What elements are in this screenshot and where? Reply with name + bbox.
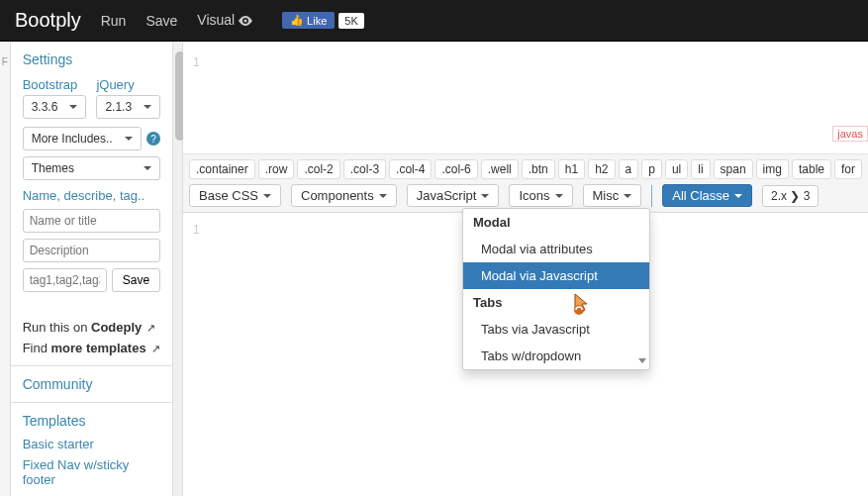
caret-down-icon <box>263 194 271 198</box>
snippet-pill[interactable]: li <box>691 159 710 179</box>
misc-dropdown[interactable]: Misc <box>583 184 642 207</box>
icons-dropdown[interactable]: Icons <box>509 184 572 207</box>
snippet-pill[interactable]: .row <box>258 159 295 179</box>
snippet-pill[interactable]: p <box>641 159 662 179</box>
bootstrap-version-select[interactable]: 3.3.6 <box>23 95 87 119</box>
components-dropdown[interactable]: Components <box>291 184 397 207</box>
dropdown-scroll-indicator[interactable] <box>637 358 647 363</box>
snippet-pill[interactable]: .container <box>189 159 255 179</box>
run-link[interactable]: Run <box>101 13 127 29</box>
external-link-icon: ↗ <box>148 343 160 354</box>
jquery-version-value: 2.1.3 <box>105 100 132 114</box>
themes-label: Themes <box>32 161 74 175</box>
template-fixed-nav[interactable]: Fixed Nav w/sticky footer <box>23 457 160 487</box>
javascript-dropdown-menu: Modal Modal via attributes Modal via Jav… <box>462 208 650 370</box>
snippet-toolbar: .container.row.col-2.col-3.col-4.col-6.w… <box>183 154 868 213</box>
thumb-icon: 👍 <box>290 14 304 27</box>
description-input[interactable] <box>23 239 160 262</box>
snippet-pill[interactable]: img <box>756 159 789 179</box>
templates-heading[interactable]: Templates <box>23 413 160 429</box>
snippet-pill[interactable]: ul <box>665 159 688 179</box>
bootstrap-version-value: 3.3.6 <box>32 100 58 114</box>
sidebar: Settings Bootstrap 3.3.6 jQuery 2.1.3 Mo… <box>11 42 172 496</box>
eye-icon <box>239 13 252 29</box>
version-migrate-button[interactable]: 2.x ❯ 3 <box>762 185 819 207</box>
editor-top-pane[interactable]: 1 javas <box>183 42 868 154</box>
toolbar-divider <box>651 185 652 207</box>
visual-label: Visual <box>197 12 235 28</box>
caret-down-icon <box>555 194 563 198</box>
dropdown-item-tabs-javascript[interactable]: Tabs via Javascript <box>463 316 649 343</box>
snippet-pill[interactable]: .well <box>481 159 519 179</box>
pointer-cursor-icon <box>569 292 589 316</box>
line-number: 1 <box>193 223 200 237</box>
dropdown-item-tabs-dropdown[interactable]: Tabs w/dropdown <box>463 343 649 369</box>
svg-point-0 <box>244 20 247 23</box>
codeply-link: Codeply <box>91 320 142 335</box>
top-navbar: Bootply Run Save Visual 👍 Like 5K <box>0 0 868 42</box>
snippet-pill[interactable]: .col-4 <box>389 159 432 179</box>
more-templates-link: more templates <box>51 341 146 355</box>
name-input[interactable] <box>23 209 160 233</box>
caret-down-icon <box>624 194 631 198</box>
chevron-down-icon <box>638 358 646 363</box>
snippet-pill[interactable]: .col-3 <box>343 159 386 179</box>
dropdown-section-modal: Modal <box>463 209 649 236</box>
fb-like-count: 5K <box>338 13 363 29</box>
dropdown-item-modal-javascript[interactable]: Modal via Javascript <box>463 262 649 289</box>
template-basic-starter[interactable]: Basic starter <box>23 437 160 451</box>
all-classes-dropdown[interactable]: All Classe <box>662 184 752 207</box>
caret-down-icon <box>144 166 151 170</box>
save-link[interactable]: Save <box>145 13 177 29</box>
javascript-badge: javas <box>832 126 868 142</box>
jquery-version-select[interactable]: 2.1.3 <box>96 95 160 119</box>
caret-down-icon <box>125 137 133 141</box>
jquery-label: jQuery <box>96 77 160 92</box>
help-icon[interactable]: ? <box>146 132 160 146</box>
caret-down-icon <box>69 105 77 109</box>
dropdown-item-modal-attributes[interactable]: Modal via attributes <box>463 236 649 262</box>
snippet-pill[interactable]: h1 <box>558 159 585 179</box>
left-strip: F <box>0 42 11 496</box>
fb-like-label: Like <box>307 15 327 27</box>
sidebar-scrollbar[interactable] <box>172 42 183 496</box>
caret-down-icon <box>379 194 387 198</box>
run-on-codeply[interactable]: Run this on Codeply ↗ <box>23 320 160 335</box>
dropdown-section-tabs: Tabs <box>463 289 649 316</box>
bootstrap-label: Bootstrap <box>23 77 87 92</box>
snippet-pill[interactable]: table <box>792 159 831 179</box>
find-more-templates[interactable]: Find more templates ↗ <box>23 341 160 355</box>
snippet-pill[interactable]: for <box>834 159 862 179</box>
snippet-pill[interactable]: h2 <box>588 159 615 179</box>
community-heading[interactable]: Community <box>23 376 160 392</box>
javascript-dropdown[interactable]: JavaScript <box>407 184 500 207</box>
tag-pills-row: .container.row.col-2.col-3.col-4.col-6.w… <box>189 159 862 179</box>
brand-logo[interactable]: Bootply <box>15 9 81 32</box>
find-prefix: Find <box>23 341 51 355</box>
snippet-pill[interactable]: .col-6 <box>434 159 477 179</box>
tags-input[interactable] <box>23 268 107 292</box>
snippet-pill[interactable]: span <box>714 159 753 179</box>
caret-down-icon <box>734 194 742 198</box>
visual-link[interactable]: Visual <box>197 12 252 29</box>
name-describe-link[interactable]: Name, describe, tag.. <box>23 188 160 203</box>
more-includes-label: More Includes.. <box>32 132 113 146</box>
themes-select[interactable]: Themes <box>23 156 160 180</box>
caret-down-icon <box>144 105 151 109</box>
fb-like-widget[interactable]: 👍 Like 5K <box>282 12 364 29</box>
line-number: 1 <box>193 55 200 69</box>
settings-heading[interactable]: Settings <box>23 51 160 67</box>
save-button[interactable]: Save <box>112 268 160 292</box>
snippet-pill[interactable]: .btn <box>522 159 555 179</box>
fb-like-button[interactable]: 👍 Like <box>282 12 335 29</box>
run-on-prefix: Run this on <box>23 320 91 335</box>
snippet-pill[interactable]: a <box>619 159 639 179</box>
snippet-pill[interactable]: .col-2 <box>297 159 339 179</box>
caret-down-icon <box>481 194 489 198</box>
external-link-icon: ↗ <box>144 322 155 334</box>
more-includes-select[interactable]: More Includes.. <box>23 127 142 150</box>
base-css-dropdown[interactable]: Base CSS <box>189 184 281 207</box>
